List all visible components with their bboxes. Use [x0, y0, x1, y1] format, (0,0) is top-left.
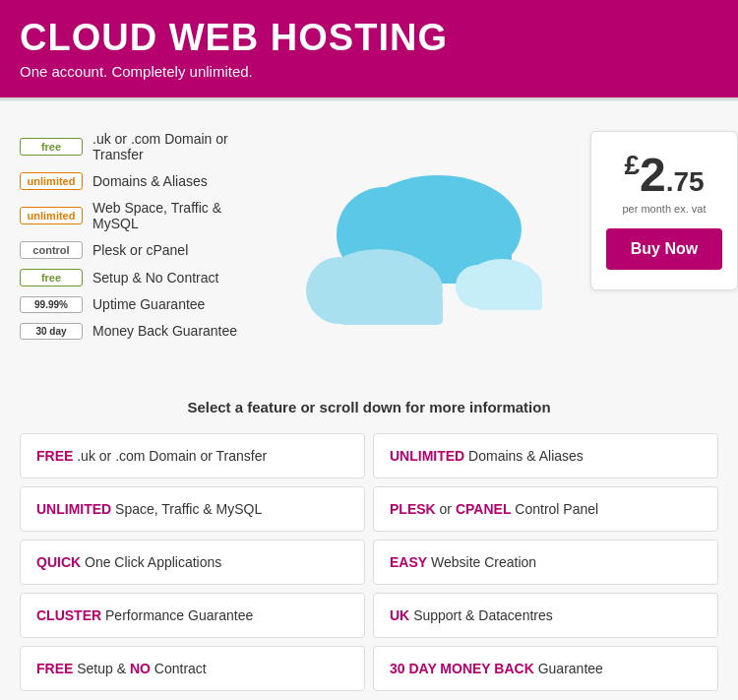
badge-30day: 30 day	[20, 323, 83, 340]
card-text2: Control Panel	[515, 501, 598, 517]
card-keyword2: CPANEL	[456, 501, 512, 517]
card-text: .uk or .com Domain or Transfer	[77, 448, 267, 464]
main-content: free .uk or .com Domain or Transfer unli…	[0, 101, 738, 369]
feature-item-moneyback: 30 day Money Back Guarantee	[20, 323, 256, 340]
badge-unlimited-2: unlimited	[20, 207, 83, 224]
feature-label-domains: Domains & Aliases	[92, 173, 208, 189]
card-text2: Contract	[154, 661, 207, 676]
feature-item-setup: free Setup & No Contract	[20, 269, 256, 286]
card-easy-website[interactable]: EASY Website Creation	[373, 540, 718, 585]
card-keyword: 30 DAY MONEY BACK	[390, 661, 534, 676]
price-whole: 2	[640, 149, 666, 201]
card-money-back[interactable]: 30 DAY MONEY BACK Guarantee	[373, 646, 718, 691]
card-keyword: UNLIMITED	[390, 448, 464, 464]
features-row: free .uk or .com Domain or Transfer unli…	[20, 131, 718, 350]
card-keyword: UK	[390, 607, 409, 623]
card-text: or	[440, 501, 456, 517]
card-keyword: UNLIMITED	[36, 501, 111, 517]
card-text: Performance Guarantee	[105, 607, 253, 623]
card-cluster[interactable]: CLUSTER Performance Guarantee	[20, 593, 365, 638]
feature-label-moneyback: Money Back Guarantee	[92, 323, 237, 339]
feature-label-plesk: Plesk or cPanel	[92, 242, 188, 258]
feature-item-domains: unlimited Domains & Aliases	[20, 172, 256, 190]
badge-free-2: free	[20, 269, 83, 286]
badge-99: 99.99%	[20, 296, 83, 313]
currency-symbol: £	[624, 150, 640, 180]
cloud-illustration	[276, 131, 571, 348]
card-text: Guarantee	[538, 661, 603, 676]
feature-item-plesk: control Plesk or cPanel	[20, 241, 256, 259]
header: CLOUD WEB HOSTING One account. Completel…	[0, 0, 738, 97]
card-keyword: QUICK	[36, 554, 81, 570]
features-list: free .uk or .com Domain or Transfer unli…	[20, 131, 256, 350]
feature-grid: FREE .uk or .com Domain or Transfer UNLI…	[20, 433, 718, 691]
badge-free-1: free	[20, 138, 83, 156]
feature-item-domain: free .uk or .com Domain or Transfer	[20, 131, 256, 162]
card-keyword: CLUSTER	[36, 607, 101, 623]
card-text: Domains & Aliases	[468, 448, 584, 464]
card-quick-apps[interactable]: QUICK One Click Applications	[20, 540, 365, 585]
feature-label-setup: Setup & No Contract	[92, 270, 218, 286]
card-keyword2: NO	[130, 661, 151, 676]
card-text: One Click Applications	[85, 554, 221, 570]
feature-item-uptime: 99.99% Uptime Guarantee	[20, 296, 256, 313]
feature-label-webspace: Web Space, Traffic & MySQL	[92, 200, 256, 231]
card-text: Space, Traffic & MySQL	[115, 501, 262, 517]
select-title: Select a feature or scroll down for more…	[20, 399, 718, 415]
card-keyword: EASY	[390, 554, 427, 570]
cloud-svg	[285, 141, 561, 338]
svg-rect-11	[477, 290, 542, 310]
price-display: £2.75	[606, 152, 722, 199]
card-keyword: FREE	[36, 661, 73, 676]
price-box: £2.75 per month ex. vat Buy Now	[590, 131, 738, 290]
buy-now-button[interactable]: Buy Now	[606, 228, 722, 270]
card-keyword: FREE	[36, 448, 73, 464]
feature-label-domain: .uk or .com Domain or Transfer	[92, 131, 256, 162]
card-unlimited-space[interactable]: UNLIMITED Space, Traffic & MySQL	[20, 486, 365, 532]
feature-label-uptime: Uptime Guarantee	[92, 296, 205, 312]
card-keyword: PLESK	[390, 501, 436, 517]
price-per-month: per month ex. vat	[606, 203, 722, 215]
card-free-setup[interactable]: FREE Setup & NO Contract	[20, 646, 365, 691]
header-subtitle: One account. Completely unlimited.	[20, 63, 718, 80]
price-decimal: .75	[666, 166, 705, 197]
badge-control: control	[20, 241, 83, 259]
card-free-domain[interactable]: FREE .uk or .com Domain or Transfer	[20, 433, 365, 478]
card-text: Setup &	[77, 661, 130, 676]
card-text: Support & Datacentres	[413, 607, 553, 623]
card-plesk-cpanel[interactable]: PLESK or CPANEL Control Panel	[373, 486, 718, 532]
card-uk-support[interactable]: UK Support & Datacentres	[373, 593, 718, 638]
svg-rect-7	[339, 293, 443, 325]
card-text: Website Creation	[431, 554, 536, 570]
badge-unlimited-1: unlimited	[20, 172, 83, 190]
page-title: CLOUD WEB HOSTING	[20, 18, 718, 59]
feature-item-webspace: unlimited Web Space, Traffic & MySQL	[20, 200, 256, 231]
card-unlimited-domains[interactable]: UNLIMITED Domains & Aliases	[373, 433, 718, 478]
select-section: Select a feature or scroll down for more…	[0, 369, 738, 700]
